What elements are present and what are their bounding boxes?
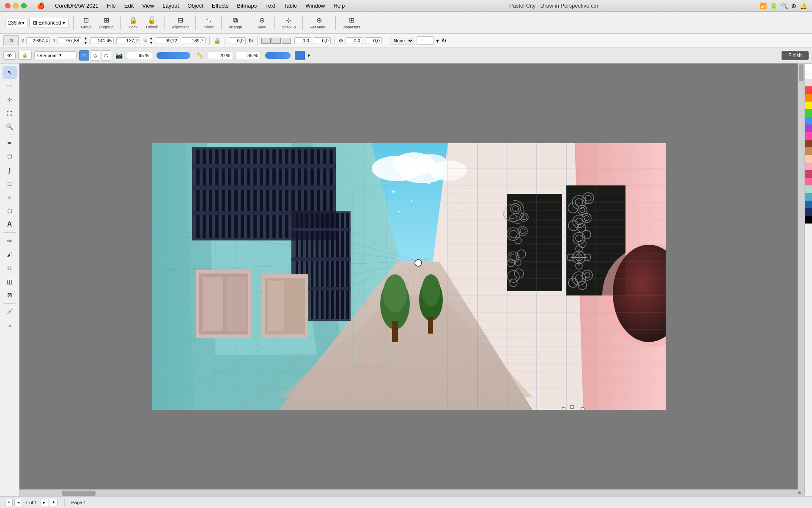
arrange-button[interactable]: ⧉ Arrange bbox=[226, 14, 244, 31]
zoom-control[interactable]: 236% ▾ bbox=[5, 19, 27, 27]
color-swatch-red[interactable] bbox=[805, 86, 812, 94]
brush-tool[interactable]: 🖌 bbox=[3, 248, 17, 261]
mode-btn-square[interactable]: □ bbox=[79, 50, 89, 61]
pct-slider[interactable] bbox=[265, 52, 291, 59]
add-page-end-button[interactable]: + bbox=[50, 499, 58, 506]
unlock-button[interactable]: 🔓 Unlock bbox=[143, 14, 160, 31]
scale-up-btn[interactable]: ▲ bbox=[149, 36, 153, 40]
group-button[interactable]: ⊡ Group bbox=[78, 14, 95, 31]
lock-button[interactable]: 🔒 Lock bbox=[125, 14, 142, 31]
eye-button[interactable]: 👁 bbox=[3, 51, 16, 60]
color-swatch-mint[interactable] bbox=[805, 185, 812, 193]
color-swatch-blue[interactable] bbox=[805, 117, 812, 124]
polyline-tool[interactable]: ⬡ bbox=[3, 150, 17, 163]
apple-menu[interactable]: 🍎 bbox=[33, 1, 48, 11]
color-swatch-hotpink[interactable] bbox=[805, 178, 812, 185]
finish-button[interactable]: Finish bbox=[782, 51, 809, 60]
height2-input[interactable] bbox=[182, 37, 206, 44]
pos-y-input[interactable] bbox=[314, 37, 331, 44]
control-center-icon[interactable]: ⊕ bbox=[791, 3, 796, 9]
menu-table[interactable]: Table bbox=[280, 2, 300, 10]
mode-btn-diamond[interactable]: ◇ bbox=[90, 50, 100, 61]
color-swatch-tan[interactable] bbox=[805, 147, 812, 155]
color-swatch-purple[interactable] bbox=[805, 124, 812, 132]
color-swatch-white[interactable] bbox=[805, 64, 812, 71]
transform-cell[interactable] bbox=[272, 38, 281, 44]
opacity-input[interactable]: 95 % bbox=[127, 52, 152, 59]
menu-coreldraw[interactable]: CorelDRAW 2021 bbox=[52, 2, 102, 10]
mirror-button[interactable]: ⇋ Mirror bbox=[200, 14, 217, 31]
freehand-tool[interactable]: ✒ bbox=[3, 137, 17, 149]
snap-to-button[interactable]: ⊹ Snap To bbox=[279, 14, 298, 31]
menu-text[interactable]: Text bbox=[262, 2, 279, 10]
opacity-slider[interactable] bbox=[156, 52, 190, 59]
zoom-value[interactable]: 236% ▾ bbox=[5, 19, 27, 27]
zoom-corner-icon[interactable]: ⊕ bbox=[798, 490, 801, 495]
view-button[interactable]: ⊕ View bbox=[253, 14, 270, 31]
refresh-icon[interactable]: ↻ bbox=[442, 37, 447, 44]
color-swatch-1[interactable] bbox=[295, 51, 305, 60]
maximize-button[interactable] bbox=[21, 3, 27, 8]
scroll-thumb[interactable] bbox=[799, 64, 804, 81]
prev-page-button[interactable]: ◂ bbox=[14, 499, 22, 506]
pct1-input[interactable]: 20 % bbox=[208, 52, 233, 59]
menu-window[interactable]: Window bbox=[302, 2, 328, 10]
color-swatch-black[interactable] bbox=[805, 216, 812, 224]
up-arrow[interactable]: ▲ bbox=[84, 36, 88, 40]
mode-btn-circle[interactable]: ⬭ bbox=[101, 50, 111, 61]
eyedropper-tool[interactable]: 💉 bbox=[3, 305, 17, 318]
view-modes-button[interactable]: ⊞ Enhanced ▾ bbox=[29, 18, 69, 28]
width-input[interactable] bbox=[90, 37, 114, 44]
color-swatch-pink[interactable] bbox=[805, 132, 812, 140]
menu-object[interactable]: Object bbox=[184, 2, 207, 10]
pct2-input[interactable]: 85 % bbox=[236, 52, 261, 59]
transform-cell[interactable] bbox=[282, 38, 291, 44]
menu-file[interactable]: File bbox=[104, 2, 119, 10]
mode-select[interactable]: One-point ▾ bbox=[34, 51, 77, 59]
scale-down-btn[interactable]: ▼ bbox=[149, 41, 153, 45]
search-icon[interactable]: 🔍 bbox=[781, 3, 788, 9]
fill-dropdown[interactable]: None bbox=[390, 37, 414, 44]
down-arrow[interactable]: ▼ bbox=[84, 41, 88, 45]
fill-options-icon[interactable]: ▾ bbox=[436, 37, 439, 44]
skew-x-input[interactable] bbox=[346, 37, 362, 44]
color-swatch-rose[interactable] bbox=[805, 170, 812, 178]
transform-tool[interactable]: ⊹ bbox=[3, 93, 17, 106]
menu-edit[interactable]: Edit bbox=[121, 2, 137, 10]
color-swatch-darkblue[interactable] bbox=[805, 208, 812, 216]
next-page-button[interactable]: ▸ bbox=[41, 499, 48, 506]
color-swatch-yellow[interactable] bbox=[805, 102, 812, 109]
transform-cell[interactable] bbox=[261, 38, 271, 44]
zoom-tool[interactable]: 🔍 bbox=[3, 120, 17, 133]
color-swatch-teal[interactable] bbox=[805, 193, 812, 201]
inspectors-button[interactable]: ⊞ Inspectors bbox=[340, 14, 363, 31]
angle-input[interactable] bbox=[229, 37, 246, 44]
color-swatch-lightpink[interactable] bbox=[805, 163, 812, 170]
lock-btn2[interactable]: 🔒 bbox=[18, 51, 32, 60]
height-input[interactable] bbox=[156, 37, 179, 44]
fill-tool[interactable]: ⬦ bbox=[3, 319, 17, 331]
color-swatch-peach[interactable] bbox=[805, 155, 812, 163]
rectangle-tool[interactable]: □ bbox=[3, 177, 17, 190]
color-swatch-1[interactable] bbox=[805, 79, 812, 86]
get-more-button[interactable]: ⊕ Get More... bbox=[307, 14, 331, 31]
freehand-pick-tool[interactable]: ⋯ bbox=[3, 80, 17, 92]
menu-help[interactable]: Help bbox=[330, 2, 348, 10]
color-swatch-green[interactable] bbox=[805, 109, 812, 117]
horizontal-scrollbar[interactable] bbox=[19, 489, 798, 496]
add-page-button[interactable]: + bbox=[5, 499, 13, 506]
ungroup-button[interactable]: ⊞ Ungroup bbox=[96, 14, 116, 31]
fill-color-box[interactable] bbox=[417, 36, 433, 45]
menu-effects[interactable]: Effects bbox=[208, 2, 232, 10]
color-swatch-brown[interactable] bbox=[805, 140, 812, 147]
width2-input[interactable] bbox=[116, 37, 140, 44]
color-swatch-navyblue[interactable] bbox=[805, 201, 812, 208]
color-swatch-0[interactable] bbox=[805, 71, 812, 79]
h-scroll-thumb[interactable] bbox=[62, 491, 96, 496]
alignment-button[interactable]: ⊟ Alignment bbox=[169, 14, 191, 31]
x-input[interactable] bbox=[26, 37, 50, 44]
text-tool[interactable]: A bbox=[3, 218, 17, 231]
crop-tool[interactable]: ⬚ bbox=[3, 107, 17, 119]
shadow-tool[interactable]: ◫ bbox=[3, 275, 17, 288]
skew-y-input[interactable] bbox=[365, 37, 382, 44]
